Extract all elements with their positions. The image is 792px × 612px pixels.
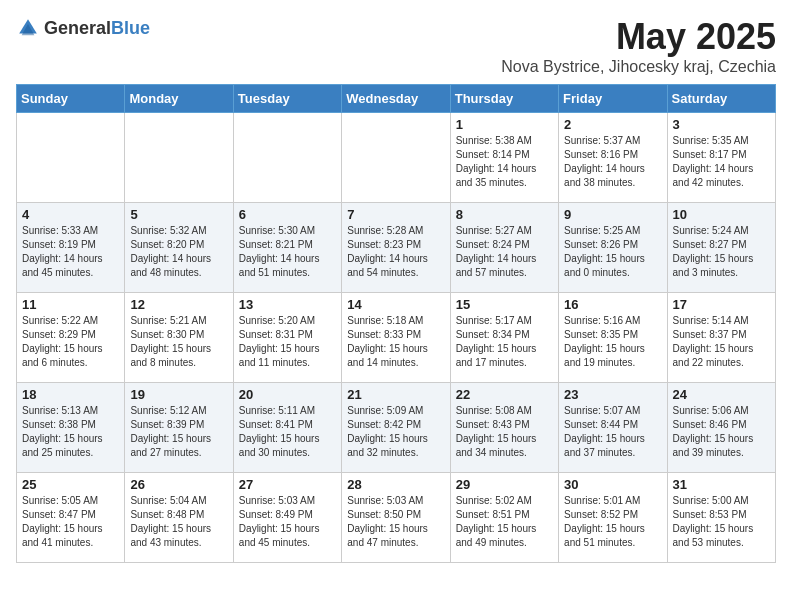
cell-info: Sunrise: 5:06 AM Sunset: 8:46 PM Dayligh… [673,404,770,460]
calendar-cell: 5Sunrise: 5:32 AM Sunset: 8:20 PM Daylig… [125,203,233,293]
day-number: 4 [22,207,119,222]
calendar-cell [342,113,450,203]
calendar-cell: 20Sunrise: 5:11 AM Sunset: 8:41 PM Dayli… [233,383,341,473]
calendar-cell [17,113,125,203]
calendar-cell: 31Sunrise: 5:00 AM Sunset: 8:53 PM Dayli… [667,473,775,563]
cell-info: Sunrise: 5:01 AM Sunset: 8:52 PM Dayligh… [564,494,661,550]
column-header-saturday: Saturday [667,85,775,113]
cell-info: Sunrise: 5:37 AM Sunset: 8:16 PM Dayligh… [564,134,661,190]
calendar-cell: 12Sunrise: 5:21 AM Sunset: 8:30 PM Dayli… [125,293,233,383]
cell-info: Sunrise: 5:22 AM Sunset: 8:29 PM Dayligh… [22,314,119,370]
day-number: 28 [347,477,444,492]
day-number: 9 [564,207,661,222]
calendar-header-row: SundayMondayTuesdayWednesdayThursdayFrid… [17,85,776,113]
day-number: 30 [564,477,661,492]
cell-info: Sunrise: 5:02 AM Sunset: 8:51 PM Dayligh… [456,494,553,550]
calendar-cell: 26Sunrise: 5:04 AM Sunset: 8:48 PM Dayli… [125,473,233,563]
calendar-cell: 25Sunrise: 5:05 AM Sunset: 8:47 PM Dayli… [17,473,125,563]
cell-info: Sunrise: 5:04 AM Sunset: 8:48 PM Dayligh… [130,494,227,550]
calendar-cell: 4Sunrise: 5:33 AM Sunset: 8:19 PM Daylig… [17,203,125,293]
calendar-table: SundayMondayTuesdayWednesdayThursdayFrid… [16,84,776,563]
calendar-cell: 27Sunrise: 5:03 AM Sunset: 8:49 PM Dayli… [233,473,341,563]
calendar-cell: 21Sunrise: 5:09 AM Sunset: 8:42 PM Dayli… [342,383,450,473]
day-number: 19 [130,387,227,402]
calendar-cell: 9Sunrise: 5:25 AM Sunset: 8:26 PM Daylig… [559,203,667,293]
day-number: 10 [673,207,770,222]
title-area: May 2025 Nova Bystrice, Jihocesky kraj, … [501,16,776,76]
day-number: 8 [456,207,553,222]
calendar-week-row: 11Sunrise: 5:22 AM Sunset: 8:29 PM Dayli… [17,293,776,383]
calendar-cell: 17Sunrise: 5:14 AM Sunset: 8:37 PM Dayli… [667,293,775,383]
cell-info: Sunrise: 5:05 AM Sunset: 8:47 PM Dayligh… [22,494,119,550]
day-number: 24 [673,387,770,402]
day-number: 16 [564,297,661,312]
cell-info: Sunrise: 5:16 AM Sunset: 8:35 PM Dayligh… [564,314,661,370]
column-header-tuesday: Tuesday [233,85,341,113]
column-header-friday: Friday [559,85,667,113]
logo-text-blue: Blue [111,18,150,38]
cell-info: Sunrise: 5:07 AM Sunset: 8:44 PM Dayligh… [564,404,661,460]
cell-info: Sunrise: 5:33 AM Sunset: 8:19 PM Dayligh… [22,224,119,280]
calendar-cell: 13Sunrise: 5:20 AM Sunset: 8:31 PM Dayli… [233,293,341,383]
calendar-cell: 30Sunrise: 5:01 AM Sunset: 8:52 PM Dayli… [559,473,667,563]
calendar-cell: 8Sunrise: 5:27 AM Sunset: 8:24 PM Daylig… [450,203,558,293]
cell-info: Sunrise: 5:21 AM Sunset: 8:30 PM Dayligh… [130,314,227,370]
calendar-week-row: 18Sunrise: 5:13 AM Sunset: 8:38 PM Dayli… [17,383,776,473]
cell-info: Sunrise: 5:18 AM Sunset: 8:33 PM Dayligh… [347,314,444,370]
calendar-week-row: 4Sunrise: 5:33 AM Sunset: 8:19 PM Daylig… [17,203,776,293]
cell-info: Sunrise: 5:35 AM Sunset: 8:17 PM Dayligh… [673,134,770,190]
calendar-body: 1Sunrise: 5:38 AM Sunset: 8:14 PM Daylig… [17,113,776,563]
day-number: 22 [456,387,553,402]
cell-info: Sunrise: 5:27 AM Sunset: 8:24 PM Dayligh… [456,224,553,280]
day-number: 15 [456,297,553,312]
cell-info: Sunrise: 5:38 AM Sunset: 8:14 PM Dayligh… [456,134,553,190]
calendar-cell: 28Sunrise: 5:03 AM Sunset: 8:50 PM Dayli… [342,473,450,563]
calendar-cell: 22Sunrise: 5:08 AM Sunset: 8:43 PM Dayli… [450,383,558,473]
calendar-cell: 19Sunrise: 5:12 AM Sunset: 8:39 PM Dayli… [125,383,233,473]
calendar-week-row: 1Sunrise: 5:38 AM Sunset: 8:14 PM Daylig… [17,113,776,203]
day-number: 23 [564,387,661,402]
calendar-cell: 7Sunrise: 5:28 AM Sunset: 8:23 PM Daylig… [342,203,450,293]
cell-info: Sunrise: 5:14 AM Sunset: 8:37 PM Dayligh… [673,314,770,370]
cell-info: Sunrise: 5:32 AM Sunset: 8:20 PM Dayligh… [130,224,227,280]
calendar-header: GeneralBlue May 2025 Nova Bystrice, Jiho… [16,16,776,76]
cell-info: Sunrise: 5:00 AM Sunset: 8:53 PM Dayligh… [673,494,770,550]
calendar-cell [233,113,341,203]
day-number: 20 [239,387,336,402]
logo: GeneralBlue [16,16,150,40]
calendar-subtitle: Nova Bystrice, Jihocesky kraj, Czechia [501,58,776,76]
day-number: 2 [564,117,661,132]
day-number: 3 [673,117,770,132]
day-number: 14 [347,297,444,312]
day-number: 1 [456,117,553,132]
cell-info: Sunrise: 5:30 AM Sunset: 8:21 PM Dayligh… [239,224,336,280]
calendar-cell: 3Sunrise: 5:35 AM Sunset: 8:17 PM Daylig… [667,113,775,203]
day-number: 31 [673,477,770,492]
day-number: 6 [239,207,336,222]
calendar-title: May 2025 [501,16,776,58]
calendar-cell: 16Sunrise: 5:16 AM Sunset: 8:35 PM Dayli… [559,293,667,383]
cell-info: Sunrise: 5:20 AM Sunset: 8:31 PM Dayligh… [239,314,336,370]
calendar-cell: 11Sunrise: 5:22 AM Sunset: 8:29 PM Dayli… [17,293,125,383]
day-number: 21 [347,387,444,402]
cell-info: Sunrise: 5:03 AM Sunset: 8:50 PM Dayligh… [347,494,444,550]
column-header-monday: Monday [125,85,233,113]
day-number: 17 [673,297,770,312]
day-number: 26 [130,477,227,492]
day-number: 11 [22,297,119,312]
cell-info: Sunrise: 5:09 AM Sunset: 8:42 PM Dayligh… [347,404,444,460]
logo-text-general: General [44,18,111,38]
calendar-cell: 15Sunrise: 5:17 AM Sunset: 8:34 PM Dayli… [450,293,558,383]
cell-info: Sunrise: 5:24 AM Sunset: 8:27 PM Dayligh… [673,224,770,280]
calendar-week-row: 25Sunrise: 5:05 AM Sunset: 8:47 PM Dayli… [17,473,776,563]
calendar-cell: 24Sunrise: 5:06 AM Sunset: 8:46 PM Dayli… [667,383,775,473]
calendar-cell: 23Sunrise: 5:07 AM Sunset: 8:44 PM Dayli… [559,383,667,473]
day-number: 12 [130,297,227,312]
cell-info: Sunrise: 5:28 AM Sunset: 8:23 PM Dayligh… [347,224,444,280]
day-number: 29 [456,477,553,492]
cell-info: Sunrise: 5:08 AM Sunset: 8:43 PM Dayligh… [456,404,553,460]
column-header-thursday: Thursday [450,85,558,113]
calendar-cell: 1Sunrise: 5:38 AM Sunset: 8:14 PM Daylig… [450,113,558,203]
column-header-sunday: Sunday [17,85,125,113]
calendar-cell: 6Sunrise: 5:30 AM Sunset: 8:21 PM Daylig… [233,203,341,293]
